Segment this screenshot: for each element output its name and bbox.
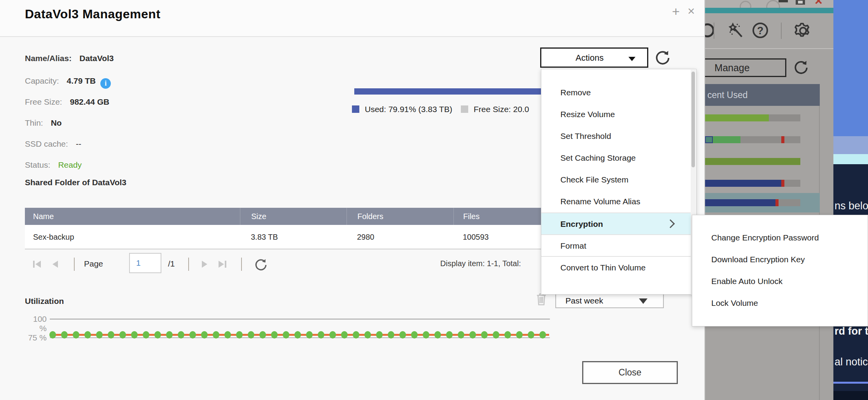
utilization-data-point bbox=[341, 331, 348, 339]
pagination-separator bbox=[188, 258, 189, 271]
table-refresh-icon[interactable] bbox=[254, 258, 268, 272]
info-row: Status:Ready bbox=[25, 160, 82, 172]
utilization-data-point bbox=[516, 331, 523, 339]
legend-used-swatch bbox=[352, 105, 359, 113]
info-value: No bbox=[51, 118, 62, 127]
utilization-data-point bbox=[376, 331, 383, 339]
utilization-data-point bbox=[306, 331, 313, 339]
utilization-data-point bbox=[469, 331, 476, 339]
table-column-header[interactable]: Files bbox=[453, 208, 541, 225]
utilization-data-point bbox=[271, 331, 278, 339]
usage-bar-track bbox=[705, 180, 800, 187]
table-column-header[interactable]: Folders bbox=[346, 208, 453, 225]
utilization-data-point bbox=[353, 331, 359, 339]
navy-panel-divider bbox=[833, 382, 868, 384]
submenu-item-enable-auto-unlock[interactable]: Enable Auto Unlock bbox=[692, 270, 868, 292]
menu-item-rename-volume-alias[interactable]: Rename Volume Alias bbox=[541, 191, 691, 212]
usage-bar-track bbox=[705, 136, 800, 143]
utilization-data-point bbox=[458, 331, 464, 339]
actions-button-label: Actions bbox=[576, 53, 604, 63]
utilization-data-point bbox=[504, 331, 511, 339]
utilization-data-point bbox=[154, 331, 161, 339]
volume-usage-row[interactable] bbox=[705, 193, 820, 212]
menu-item-convert-to-thin-volume[interactable]: Convert to Thin Volume bbox=[541, 256, 691, 278]
threshold-tick bbox=[781, 180, 784, 187]
utilization-data-point bbox=[411, 331, 418, 339]
percent-used-header: cent Used bbox=[705, 84, 820, 106]
period-select[interactable]: Past week bbox=[555, 293, 664, 308]
utilization-data-point bbox=[446, 331, 453, 339]
utilization-data-point bbox=[131, 331, 138, 339]
menu-scrollbar-thumb[interactable] bbox=[691, 72, 695, 167]
menu-item-remove[interactable]: Remove bbox=[541, 82, 691, 104]
info-row: Capacity:4.79 TBi bbox=[25, 76, 111, 88]
utilization-data-point bbox=[528, 331, 534, 339]
volume-usage-row[interactable] bbox=[705, 135, 820, 154]
pagination-separator bbox=[74, 258, 75, 271]
legend-used: Used: 79.91% (3.83 TB) bbox=[352, 105, 452, 117]
utilization-data-point bbox=[423, 331, 429, 339]
utilization-data-point bbox=[388, 331, 394, 339]
submenu-item-download-encryption-key[interactable]: Download Encryption Key bbox=[692, 249, 868, 270]
selected-volume-chip bbox=[705, 136, 713, 143]
dialog-title: DataVol3 Management bbox=[25, 7, 161, 21]
legend-free: Free Size: 20.0 bbox=[461, 105, 541, 117]
dialog-refresh-icon[interactable] bbox=[654, 49, 672, 67]
help-icon[interactable]: ? bbox=[752, 23, 768, 38]
info-value: Ready bbox=[58, 160, 82, 169]
info-value: -- bbox=[76, 139, 81, 148]
gear-icon[interactable] bbox=[794, 21, 812, 40]
volume-usage-row[interactable] bbox=[705, 113, 820, 132]
utilization-data-point bbox=[399, 331, 406, 339]
toolbar-separator bbox=[781, 23, 782, 39]
volume-usage-row[interactable] bbox=[705, 156, 820, 176]
utilization-data-point bbox=[481, 331, 488, 339]
actions-button[interactable]: Actions bbox=[540, 47, 648, 68]
usage-bar-fill bbox=[705, 199, 775, 206]
table-row[interactable]: Sex-backup3.83 TB2980100593 bbox=[25, 225, 541, 249]
refresh-icon[interactable] bbox=[793, 59, 810, 76]
add-tab-icon[interactable]: + bbox=[672, 4, 680, 19]
actions-menu: RemoveResize VolumeSet ThresholdSet Cach… bbox=[541, 69, 696, 295]
table-header-row: NameSizeFoldersFiles bbox=[25, 208, 541, 225]
menu-item-resize-volume[interactable]: Resize Volume bbox=[541, 104, 691, 125]
actions-caret-icon bbox=[628, 57, 635, 61]
usage-bar-track bbox=[705, 114, 800, 121]
utilization-data-point bbox=[143, 331, 149, 339]
wallpaper-blue-band bbox=[833, 0, 868, 136]
menu-item-check-file-system[interactable]: Check File System bbox=[541, 169, 691, 191]
maximize-icon[interactable] bbox=[796, 0, 805, 5]
dialog-close-icon[interactable]: × bbox=[688, 4, 695, 18]
utilization-data-point bbox=[61, 331, 68, 339]
utilization-data-point bbox=[493, 331, 499, 339]
encryption-submenu: Change Encryption PasswordDownload Encry… bbox=[692, 215, 868, 326]
info-icon[interactable]: i bbox=[100, 78, 111, 89]
window-close-icon[interactable]: × bbox=[814, 0, 824, 5]
menu-item-set-threshold[interactable]: Set Threshold bbox=[541, 125, 691, 147]
magic-wand-icon[interactable] bbox=[728, 22, 746, 40]
info-row: Thin:No bbox=[25, 118, 62, 130]
submenu-chevron-icon bbox=[666, 219, 675, 228]
info-value: DataVol3 bbox=[79, 54, 114, 63]
dialog-titlebar: DataVol3 Management + × bbox=[0, 0, 704, 37]
close-button[interactable]: Close bbox=[582, 361, 678, 384]
utilization-data-point bbox=[248, 331, 254, 339]
display-info-text: Display item: 1-1, Total: bbox=[440, 259, 541, 268]
submenu-item-change-encryption-password[interactable]: Change Encryption Password bbox=[692, 227, 868, 249]
menu-item-format[interactable]: Format bbox=[541, 234, 691, 256]
utilization-data-point bbox=[201, 331, 208, 339]
table-column-header[interactable]: Name bbox=[25, 208, 240, 225]
menu-item-encryption[interactable]: Encryption bbox=[541, 212, 691, 234]
submenu-item-lock-volume[interactable]: Lock Volume bbox=[692, 292, 868, 314]
usage-bar-fill bbox=[705, 158, 800, 165]
navy-panel-footer bbox=[833, 391, 868, 400]
info-label: Free Size: bbox=[25, 97, 62, 107]
utilization-chart: 100 % 75 % bbox=[0, 309, 705, 343]
utilization-data-point bbox=[364, 331, 371, 339]
minimize-icon[interactable] bbox=[779, 0, 788, 2]
legend-free-swatch bbox=[461, 105, 468, 113]
menu-item-set-caching-storage[interactable]: Set Caching Storage bbox=[541, 147, 691, 169]
table-column-header[interactable]: Size bbox=[240, 208, 346, 225]
screen: ns belowrd for thal notice × ? bbox=[0, 0, 868, 400]
page-number-input[interactable] bbox=[129, 253, 161, 273]
